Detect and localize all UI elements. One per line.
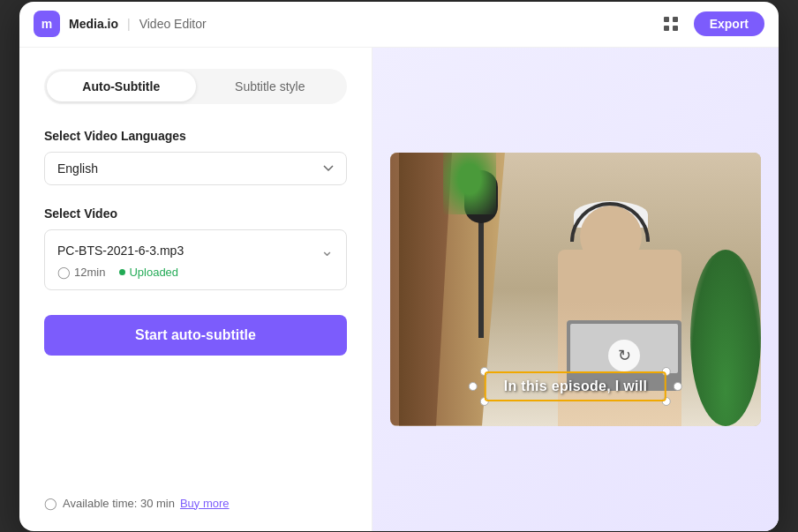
svg-rect-0: [664, 17, 669, 22]
upload-status: Uploaded: [119, 266, 178, 279]
left-panel: Auto-Subtitle Subtitle style Select Vide…: [19, 48, 373, 531]
plant-left-top: [443, 153, 496, 214]
grid-icon[interactable]: [657, 10, 685, 38]
scene-background: ↻ In this ep: [390, 153, 761, 426]
plant-right: [690, 250, 761, 426]
timer-icon: ◯: [44, 497, 57, 510]
video-file-top: PC-BTS-2021-6-3.mp3 ⌄: [57, 241, 334, 260]
editor-label: Video Editor: [139, 17, 207, 31]
video-meta: ◯ 12min Uploaded: [57, 266, 334, 279]
tab-subtitle-style[interactable]: Subtitle style: [196, 71, 345, 101]
right-panel: ↻ In this ep: [373, 48, 779, 531]
subtitle-overlay: In this episode, I will: [485, 371, 666, 401]
subtitle-text: In this episode, I will: [504, 378, 647, 393]
video-file-box[interactable]: PC-BTS-2021-6-3.mp3 ⌄ ◯ 12min Uploaded: [44, 229, 347, 290]
main-content: Auto-Subtitle Subtitle style Select Vide…: [19, 48, 779, 531]
export-button[interactable]: Export: [694, 11, 764, 36]
svg-rect-1: [673, 17, 678, 22]
select-video-section: Select Video PC-BTS-2021-6-3.mp3 ⌄ ◯ 12m…: [44, 206, 347, 290]
available-time: ◯ Available time: 30 min Buy more: [44, 497, 347, 510]
start-auto-subtitle-button[interactable]: Start auto-subtitle: [44, 315, 347, 356]
svg-rect-2: [664, 26, 669, 31]
subtitle-handle-right[interactable]: [674, 382, 682, 391]
preview-image: ↻ In this ep: [390, 153, 761, 426]
uploaded-label: Uploaded: [129, 266, 178, 279]
subtitle-handle-left[interactable]: [469, 382, 478, 391]
titlebar: m Media.io | Video Editor Export: [19, 2, 779, 48]
video-filename: PC-BTS-2021-6-3.mp3: [57, 244, 184, 258]
video-duration: ◯ 12min: [57, 266, 105, 279]
logo-icon: m: [34, 11, 60, 37]
language-select[interactable]: English Spanish French German Chinese: [44, 152, 347, 185]
tab-auto-subtitle[interactable]: Auto-Subtitle: [47, 71, 196, 101]
titlebar-left: m Media.io | Video Editor: [34, 11, 207, 37]
subtitle-bar: In this episode, I will: [485, 371, 666, 401]
chevron-down-icon[interactable]: ⌄: [320, 241, 334, 260]
refresh-icon: ↻: [608, 340, 640, 371]
tab-switcher: Auto-Subtitle Subtitle style: [44, 69, 347, 104]
buy-more-link[interactable]: Buy more: [180, 497, 230, 510]
clock-icon: ◯: [57, 266, 71, 279]
select-video-label: Select Video: [44, 206, 347, 221]
svg-rect-3: [673, 26, 678, 31]
available-time-text: Available time: 30 min: [63, 497, 175, 510]
app-name: Media.io: [69, 17, 118, 31]
language-section-label: Select Video Languages: [44, 129, 347, 143]
titlebar-right: Export: [657, 10, 764, 38]
duration-value: 12min: [74, 266, 105, 279]
uploaded-dot-icon: [119, 269, 125, 275]
language-section: Select Video Languages English Spanish F…: [44, 129, 347, 206]
separator: |: [127, 17, 131, 31]
app-window: m Media.io | Video Editor Export Aut: [19, 2, 779, 531]
